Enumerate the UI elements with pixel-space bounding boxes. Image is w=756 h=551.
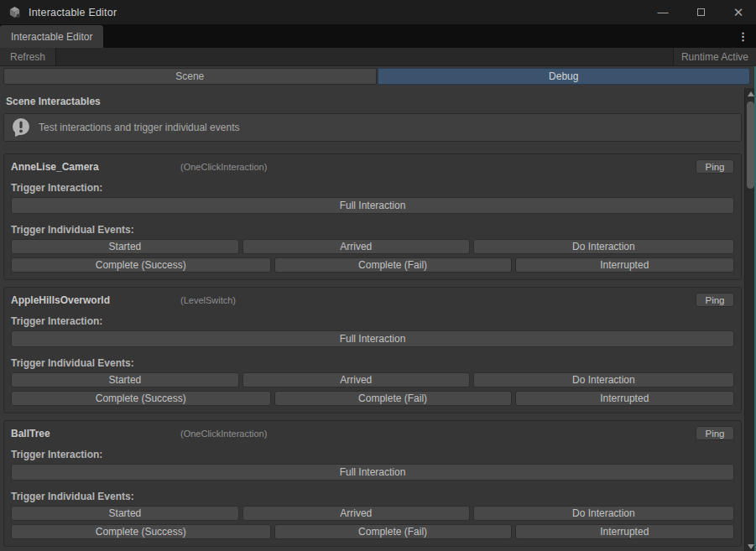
arrived-button[interactable]: Arrived	[242, 239, 470, 254]
editor-tabbar: Interactable Editor ⋮	[0, 24, 756, 48]
ping-button[interactable]: Ping	[696, 159, 734, 174]
do-interaction-button[interactable]: Do Interaction	[473, 239, 734, 254]
close-button[interactable]: ✕	[733, 7, 744, 18]
minimize-button[interactable]: —	[657, 7, 669, 18]
full-interaction-button[interactable]: Full Interaction	[11, 197, 734, 214]
help-box-text: Test interactions and trigger individual…	[39, 122, 239, 133]
interactable-entry: BallTree (OneClickInteraction) Ping Trig…	[3, 420, 742, 547]
event-button-row: Complete (Success) Complete (Fail) Inter…	[11, 524, 734, 539]
event-button-row: Complete (Success) Complete (Fail) Inter…	[11, 391, 734, 406]
help-box: Test interactions and trigger individual…	[3, 113, 742, 142]
trigger-events-label: Trigger Individual Events:	[11, 491, 734, 502]
arrived-button[interactable]: Arrived	[242, 506, 470, 521]
runtime-active-toggle[interactable]: Runtime Active	[673, 48, 756, 65]
trigger-events-label: Trigger Individual Events:	[11, 357, 734, 369]
ping-button[interactable]: Ping	[696, 293, 734, 307]
interrupted-button[interactable]: Interrupted	[515, 524, 734, 539]
tab-label: Interactable Editor	[11, 31, 92, 43]
tab-interactable-editor[interactable]: Interactable Editor	[0, 25, 103, 48]
trigger-interaction-label: Trigger Interaction:	[11, 449, 734, 460]
trigger-interaction-label: Trigger Interaction:	[11, 315, 734, 327]
complete-fail-button[interactable]: Complete (Fail)	[274, 257, 512, 273]
section-title: Scene Interactables	[3, 96, 742, 107]
window-controls: — ✕	[657, 7, 744, 18]
interrupted-button[interactable]: Interrupted	[515, 257, 734, 273]
event-button-row: Started Arrived Do Interaction	[11, 239, 734, 254]
scroll-area: Scene Interactables Test interactions an…	[0, 88, 744, 551]
started-button[interactable]: Started	[11, 239, 239, 254]
view-mode-tabs: Scene Debug	[3, 68, 750, 85]
entry-name: AnneLise_Camera	[11, 161, 180, 173]
do-interaction-button[interactable]: Do Interaction	[473, 372, 734, 387]
interrupted-button[interactable]: Interrupted	[515, 391, 734, 406]
complete-fail-button[interactable]: Complete (Fail)	[274, 391, 512, 406]
entry-header: BallTree (OneClickInteraction) Ping	[11, 426, 734, 440]
maximize-button[interactable]	[695, 7, 706, 18]
complete-success-button[interactable]: Complete (Success)	[11, 257, 271, 273]
window-title: Interactable Editor	[29, 7, 117, 18]
tab-debug[interactable]: Debug	[378, 68, 751, 85]
toolbar: Refresh Runtime Active	[0, 48, 756, 66]
complete-success-button[interactable]: Complete (Success)	[11, 524, 271, 539]
tab-scene[interactable]: Scene	[3, 68, 377, 85]
entry-type: (LevelSwitch)	[180, 295, 696, 305]
main-panel: Scene Debug Scene Interactables Test int…	[0, 68, 756, 551]
info-speech-bubble-icon	[12, 117, 30, 138]
entry-header: AppleHillsOverworld (LevelSwitch) Ping	[11, 293, 734, 307]
started-button[interactable]: Started	[11, 372, 239, 387]
do-interaction-button[interactable]: Do Interaction	[473, 506, 734, 521]
refresh-button[interactable]: Refresh	[0, 48, 56, 65]
entry-type: (OneClickInteraction)	[180, 429, 696, 439]
full-interaction-button[interactable]: Full Interaction	[11, 330, 734, 347]
interactable-entry: AppleHillsOverworld (LevelSwitch) Ping T…	[3, 287, 742, 413]
ping-button[interactable]: Ping	[696, 426, 734, 440]
trigger-interaction-label: Trigger Interaction:	[11, 182, 734, 194]
scrollbar-thumb[interactable]	[747, 101, 754, 189]
entry-header: AnneLise_Camera (OneClickInteraction) Pi…	[11, 159, 734, 174]
entry-name: AppleHillsOverworld	[11, 294, 180, 306]
event-button-row: Complete (Success) Complete (Fail) Inter…	[11, 257, 734, 273]
maximize-icon	[697, 8, 705, 16]
entry-name: BallTree	[11, 428, 180, 439]
full-interaction-button[interactable]: Full Interaction	[11, 464, 734, 481]
arrived-button[interactable]: Arrived	[242, 372, 470, 387]
event-button-row: Started Arrived Do Interaction	[11, 506, 734, 521]
window-titlebar: Interactable Editor — ✕	[0, 0, 756, 24]
kebab-menu-icon[interactable]: ⋮	[730, 31, 756, 42]
started-button[interactable]: Started	[11, 506, 239, 521]
complete-success-button[interactable]: Complete (Success)	[11, 391, 271, 406]
event-button-row: Started Arrived Do Interaction	[11, 372, 734, 387]
interactable-entry: AnneLise_Camera (OneClickInteraction) Pi…	[3, 153, 742, 280]
trigger-events-label: Trigger Individual Events:	[11, 224, 734, 236]
complete-fail-button[interactable]: Complete (Fail)	[274, 524, 512, 539]
entry-type: (OneClickInteraction)	[180, 162, 696, 172]
unity-cube-icon	[8, 6, 22, 19]
